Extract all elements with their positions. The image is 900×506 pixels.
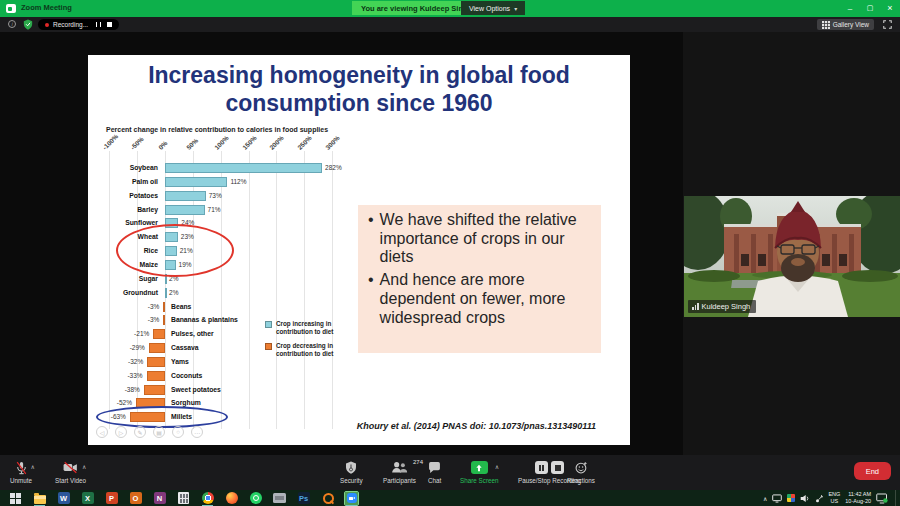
- reactions-button[interactable]: Reactions: [567, 460, 595, 484]
- gallery-view-button[interactable]: Gallery View: [817, 19, 874, 30]
- participant-video-tile[interactable]: Kuldeep Singh: [684, 196, 900, 317]
- taskbar-file-explorer-icon[interactable]: [33, 492, 46, 505]
- chart-bar: [153, 329, 165, 339]
- taskbar-outlook-icon[interactable]: O: [129, 492, 142, 505]
- chart-value-label: 112%: [230, 177, 246, 187]
- stop-recording-button-icon[interactable]: [551, 461, 564, 474]
- bullet-text-2: And hence are more dependent on fewer, m…: [380, 271, 593, 327]
- chart-category-label: Soybean: [88, 163, 158, 173]
- windows-taskbar: WXPONPs ∧ ENG US 11:42 AM 10-Aug-20: [0, 490, 900, 506]
- recording-indicator: Recording...: [38, 19, 119, 30]
- shared-slide: Increasing homogeneity in global food co…: [88, 55, 630, 445]
- taskbar-photoshop-icon[interactable]: Ps: [297, 492, 310, 505]
- chart-value-label: 71%: [208, 205, 221, 215]
- chart-bar: [165, 288, 167, 298]
- chart-category-label: Coconuts: [171, 371, 202, 381]
- recording-label: Recording...: [53, 21, 88, 28]
- minimize-button[interactable]: [840, 0, 860, 16]
- share-screen-icon: [471, 461, 488, 474]
- zoom-tool-button[interactable]: ○: [172, 426, 184, 438]
- taskbar-search-tool-icon[interactable]: [321, 492, 334, 505]
- taskbar-excel-icon[interactable]: X: [81, 492, 94, 505]
- chart-gridline: [304, 151, 305, 429]
- chart-value-label: 73%: [209, 191, 222, 201]
- taskbar-whatsapp-icon[interactable]: [249, 492, 262, 505]
- chart-bar: [163, 315, 165, 325]
- legend-label: Crop increasing in contribution to diet: [276, 320, 340, 336]
- chart-category-label: Palm oil: [88, 177, 158, 187]
- taskbar-word-icon[interactable]: W: [57, 492, 70, 505]
- annotation-ellipse-red: [116, 224, 234, 277]
- screen-share-area: Increasing homogeneity in global food co…: [0, 32, 900, 455]
- chart-category-label: Bananas & plantains: [171, 315, 238, 325]
- security-shield-icon: [345, 461, 357, 474]
- legend-swatch: [265, 343, 272, 350]
- audio-options-caret[interactable]: ∧: [31, 463, 35, 470]
- bullet-item: • We have shifted the relative importanc…: [368, 211, 593, 267]
- camera-off-icon: [63, 461, 78, 474]
- smiley-icon: [575, 461, 588, 474]
- taskbar-start-icon[interactable]: [9, 492, 22, 505]
- chart-category-label: Pulses, other: [171, 329, 214, 339]
- participant-video-feed: [684, 196, 900, 317]
- pen-tool-button[interactable]: ✎: [134, 426, 146, 438]
- security-button[interactable]: Security: [340, 460, 363, 484]
- slide-panel-button[interactable]: ▤: [153, 426, 165, 438]
- pause-recording-button-icon[interactable]: [535, 461, 548, 474]
- app-tray-icon[interactable]: [787, 494, 795, 502]
- view-options-button[interactable]: View Options: [461, 1, 525, 15]
- audio-level-icon: [692, 303, 699, 310]
- bullet-text-1: We have shifted the relative importance …: [380, 211, 593, 267]
- chart-value-label: -32%: [107, 357, 143, 367]
- taskbar-calculator-icon[interactable]: [177, 492, 190, 505]
- participants-icon: [391, 461, 408, 474]
- language-indicator[interactable]: ENG US: [828, 491, 840, 505]
- speaker-icon[interactable]: [800, 494, 810, 503]
- taskbar-zoom-app-icon[interactable]: [345, 492, 358, 505]
- taskbar-keyboard-icon[interactable]: [273, 492, 286, 505]
- display-tray-icon[interactable]: [772, 494, 782, 503]
- meeting-info-bar: Recording... Gallery View: [0, 17, 900, 32]
- notification-center-icon[interactable]: [876, 493, 888, 504]
- previous-slide-button[interactable]: ◁: [96, 426, 108, 438]
- recording-dot-icon: [45, 23, 49, 27]
- taskbar-chrome-icon[interactable]: [201, 492, 214, 505]
- taskbar-firefox-icon[interactable]: [225, 492, 238, 505]
- chart-category-label: Sugar: [88, 274, 158, 284]
- unmute-button[interactable]: ∧ Unmute: [10, 460, 32, 484]
- chat-bubble-icon: [428, 462, 441, 474]
- share-options-caret[interactable]: ∧: [495, 463, 499, 470]
- end-meeting-button[interactable]: End: [854, 462, 891, 480]
- next-slide-button[interactable]: ▷: [115, 426, 127, 438]
- chart-category-label: Groundnut: [88, 288, 158, 298]
- more-options-button[interactable]: ⋯: [191, 426, 203, 438]
- maximize-button[interactable]: [860, 0, 880, 16]
- chart-value-label: -3%: [123, 315, 159, 325]
- show-desktop-button[interactable]: [895, 490, 897, 506]
- taskbar-onenote-icon[interactable]: N: [153, 492, 166, 505]
- clock[interactable]: 11:42 AM 10-Aug-20: [845, 491, 871, 505]
- system-tray: ∧ ENG US 11:42 AM 10-Aug-20: [763, 490, 897, 506]
- title-bar: Zoom Meeting You are viewing Kuldeep Sin…: [0, 0, 900, 17]
- chart-category-label: Barley: [88, 205, 158, 215]
- share-screen-button[interactable]: ∧ Share Screen: [460, 460, 499, 484]
- usb-device-icon[interactable]: [815, 494, 823, 503]
- video-options-caret[interactable]: ∧: [82, 463, 86, 470]
- bullet-text-box: • We have shifted the relative importanc…: [358, 205, 601, 353]
- fullscreen-icon[interactable]: [883, 20, 892, 29]
- chart-bar: [149, 343, 165, 353]
- meeting-info-icon[interactable]: [8, 20, 16, 28]
- participants-count-badge: 274: [413, 459, 423, 465]
- tray-expand-caret[interactable]: ∧: [763, 495, 767, 502]
- window-title: Zoom Meeting: [21, 3, 72, 12]
- chart-value-label: -21%: [113, 329, 149, 339]
- chat-button[interactable]: Chat: [428, 460, 441, 484]
- participants-button[interactable]: 274 Participants: [383, 460, 416, 484]
- close-button[interactable]: [880, 0, 900, 16]
- chart-category-label: Potatoes: [88, 191, 158, 201]
- stop-recording-icon[interactable]: [107, 22, 112, 27]
- pause-recording-icon[interactable]: [96, 22, 101, 27]
- chart-bar: [165, 205, 205, 215]
- taskbar-powerpoint-icon[interactable]: P: [105, 492, 118, 505]
- start-video-button[interactable]: ∧ Start Video: [55, 460, 86, 484]
